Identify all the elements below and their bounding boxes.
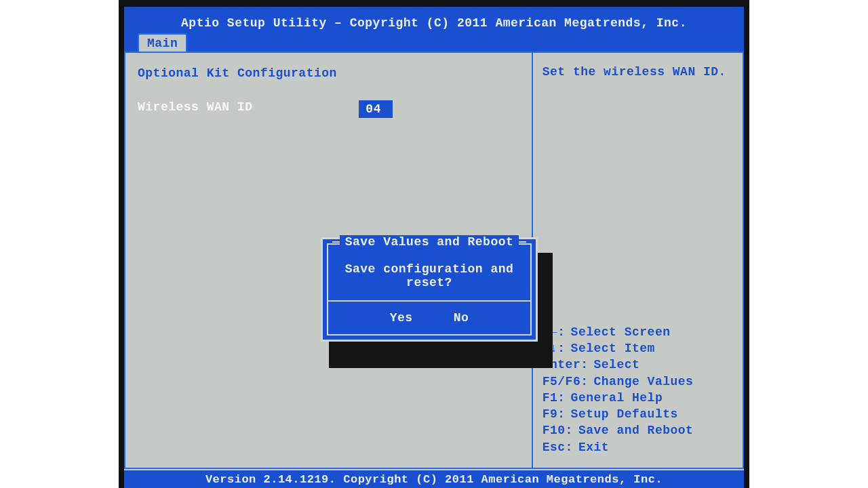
help-description: Set the wireless WAN ID. xyxy=(542,65,733,310)
section-header: Optional Kit Configuration xyxy=(138,66,519,80)
dialog-no-button[interactable]: No xyxy=(454,311,469,325)
key-action: Select Item xyxy=(571,340,655,357)
key-action: Save and Reboot xyxy=(578,422,694,439)
setting-label: Wireless WAN ID xyxy=(138,100,359,118)
key-action: General Help xyxy=(571,390,663,406)
setting-value[interactable]: 04 xyxy=(359,100,393,118)
key-hint: F1: xyxy=(542,390,566,406)
right-pane: Set the wireless WAN ID. →←:Select Scree… xyxy=(533,53,743,468)
left-pane: Optional Kit Configuration Wireless WAN … xyxy=(125,53,533,468)
key-hint: Esc: xyxy=(542,439,573,455)
key-action: Exit xyxy=(578,439,609,455)
setting-row[interactable]: Wireless WAN ID 04 xyxy=(138,100,519,118)
key-map: →←:Select Screen ↑↓:Select Item Enter:Se… xyxy=(542,310,733,455)
tab-row: Main xyxy=(124,33,744,53)
footer-text: Version 2.14.1219. Copyright (C) 2011 Am… xyxy=(205,473,663,486)
key-action: Select Screen xyxy=(571,324,671,340)
dialog-message: Save configuration and reset? xyxy=(328,249,530,300)
key-hint: F9: xyxy=(542,406,566,422)
tab-main[interactable]: Main xyxy=(138,33,187,52)
title-bar: Aptio Setup Utility – Copyright (C) 2011… xyxy=(124,7,744,33)
utility-title: Aptio Setup Utility – Copyright (C) 2011… xyxy=(181,16,687,30)
footer-bar: Version 2.14.1219. Copyright (C) 2011 Am… xyxy=(124,470,744,488)
key-action: Change Values xyxy=(593,373,693,390)
work-area: Optional Kit Configuration Wireless WAN … xyxy=(124,53,744,469)
key-action: Setup Defaults xyxy=(571,406,678,422)
save-reboot-dialog: Save Values and Reboot Save configuratio… xyxy=(321,237,538,342)
key-action: Select xyxy=(593,357,639,373)
key-hint: F10: xyxy=(542,422,573,439)
key-hint: F5/F6: xyxy=(542,373,589,390)
dialog-title: Save Values and Reboot xyxy=(340,235,519,249)
bios-screen: Aptio Setup Utility – Copyright (C) 2011… xyxy=(124,7,744,488)
dialog-yes-button[interactable]: Yes xyxy=(390,311,413,325)
